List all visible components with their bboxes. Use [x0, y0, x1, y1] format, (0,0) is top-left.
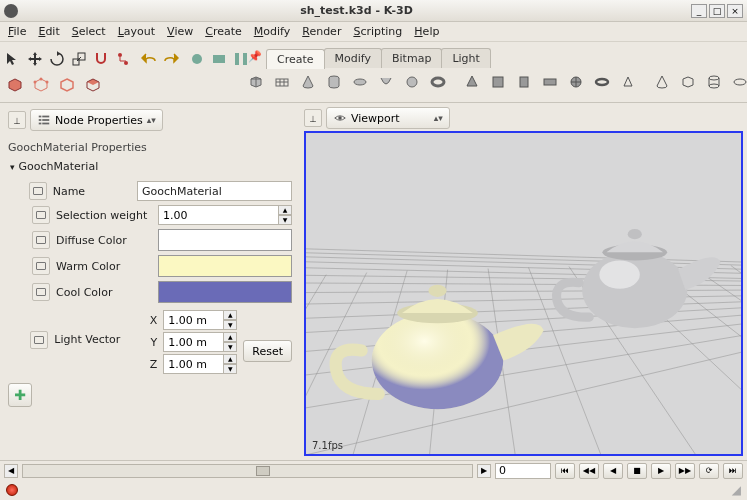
add-property-button[interactable]: ✚: [8, 383, 32, 407]
stop-button[interactable]: ■: [627, 463, 647, 479]
create-cylinder-icon[interactable]: [322, 70, 346, 94]
select-edge-icon[interactable]: [56, 74, 78, 96]
create-nurbscyl-icon[interactable]: [702, 70, 726, 94]
create-disk-icon[interactable]: [348, 70, 372, 94]
end-button[interactable]: ⏭: [723, 463, 743, 479]
menu-select[interactable]: Select: [66, 23, 112, 40]
create-nurbscube-icon[interactable]: [676, 70, 700, 94]
spin-up-icon[interactable]: ▲: [278, 205, 292, 215]
render-preview-icon[interactable]: [188, 48, 206, 70]
play-button[interactable]: ▶: [651, 463, 671, 479]
select-face-icon[interactable]: [82, 74, 104, 96]
svg-rect-6: [235, 53, 239, 65]
spin-down-icon[interactable]: ▼: [223, 320, 237, 330]
tab-bitmap[interactable]: Bitmap: [381, 48, 442, 68]
scroll-left-icon[interactable]: ◀: [4, 464, 18, 478]
parent-tool-icon[interactable]: [114, 48, 132, 70]
name-input[interactable]: [137, 181, 292, 201]
menu-modify[interactable]: Modify: [248, 23, 296, 40]
panel-type-combo[interactable]: Node Properties ▴▾: [30, 109, 163, 131]
create-sphere-icon[interactable]: [400, 70, 424, 94]
viewport-panel: ⟂ Viewport ▴▾: [300, 103, 747, 460]
tab-create[interactable]: Create: [266, 49, 325, 69]
rotate-tool-icon[interactable]: [48, 48, 66, 70]
viewport-pin-icon[interactable]: ⟂: [304, 109, 322, 127]
step-back-button[interactable]: ◀◀: [579, 463, 599, 479]
create-polysphere-icon[interactable]: [564, 70, 588, 94]
create-nurbscone-icon[interactable]: [650, 70, 674, 94]
warm-color-well[interactable]: [158, 255, 292, 277]
lightvec-x-input[interactable]: [163, 310, 223, 330]
step-fwd-button[interactable]: ▶▶: [675, 463, 695, 479]
create-nurbsdisk-icon[interactable]: [728, 70, 747, 94]
menu-scripting[interactable]: Scripting: [347, 23, 408, 40]
create-polygrid-icon[interactable]: [538, 70, 562, 94]
plug-icon[interactable]: [29, 182, 47, 200]
create-toolbar: [244, 68, 747, 96]
menu-edit[interactable]: Edit: [32, 23, 65, 40]
timeline-thumb[interactable]: [256, 466, 270, 476]
lightvec-z-input[interactable]: [163, 354, 223, 374]
render-frame-icon[interactable]: [210, 48, 228, 70]
properties-panel: ⟂ Node Properties ▴▾ GoochMaterial Prope…: [0, 103, 300, 460]
plug-icon[interactable]: [32, 257, 50, 275]
menu-render[interactable]: Render: [296, 23, 347, 40]
create-polycone-icon[interactable]: [460, 70, 484, 94]
plug-icon[interactable]: [32, 206, 50, 224]
viewport-3d[interactable]: 7.1fps: [304, 131, 743, 456]
close-button[interactable]: ×: [727, 4, 743, 18]
scroll-right-icon[interactable]: ▶: [477, 464, 491, 478]
frame-input[interactable]: [495, 463, 551, 479]
select-vertex-icon[interactable]: [30, 74, 52, 96]
menu-file[interactable]: File: [2, 23, 32, 40]
selection-weight-input[interactable]: [158, 205, 278, 225]
create-cone-icon[interactable]: [296, 70, 320, 94]
spin-up-icon[interactable]: ▲: [223, 354, 237, 364]
loop-button[interactable]: ⟳: [699, 463, 719, 479]
plug-icon[interactable]: [32, 283, 50, 301]
spin-down-icon[interactable]: ▼: [278, 215, 292, 225]
create-polycube-icon[interactable]: [486, 70, 510, 94]
create-grid-icon[interactable]: [270, 70, 294, 94]
plug-icon[interactable]: [30, 331, 48, 349]
create-polycyl-icon[interactable]: [512, 70, 536, 94]
material-tree-node[interactable]: ▾ GoochMaterial: [8, 158, 292, 179]
tabs-pin-icon[interactable]: 📌: [244, 45, 266, 67]
create-torus-icon[interactable]: [426, 70, 450, 94]
resize-grip-icon[interactable]: ◢: [732, 483, 741, 497]
redo-icon[interactable]: [162, 48, 180, 70]
minimize-button[interactable]: _: [691, 4, 707, 18]
snap-tool-icon[interactable]: [92, 48, 110, 70]
timeline-track[interactable]: [22, 464, 473, 478]
tab-light[interactable]: Light: [441, 48, 490, 68]
panel-pin-icon[interactable]: ⟂: [8, 111, 26, 129]
undo-icon[interactable]: [140, 48, 158, 70]
move-tool-icon[interactable]: [26, 48, 44, 70]
record-icon[interactable]: [6, 484, 18, 496]
pointer-tool-icon[interactable]: [4, 48, 22, 70]
menu-layout[interactable]: Layout: [112, 23, 161, 40]
rewind-button[interactable]: ⏮: [555, 463, 575, 479]
menu-help[interactable]: Help: [408, 23, 445, 40]
create-polytorus-icon[interactable]: [590, 70, 614, 94]
diffuse-color-well[interactable]: [158, 229, 292, 251]
lightvec-y-input[interactable]: [163, 332, 223, 352]
create-paraboloid-icon[interactable]: [374, 70, 398, 94]
spin-up-icon[interactable]: ▲: [223, 332, 237, 342]
menu-view[interactable]: View: [161, 23, 199, 40]
menu-create[interactable]: Create: [199, 23, 248, 40]
spin-down-icon[interactable]: ▼: [223, 364, 237, 374]
play-back-button[interactable]: ◀: [603, 463, 623, 479]
cool-color-well[interactable]: [158, 281, 292, 303]
spin-up-icon[interactable]: ▲: [223, 310, 237, 320]
scale-tool-icon[interactable]: [70, 48, 88, 70]
spin-down-icon[interactable]: ▼: [223, 342, 237, 352]
maximize-button[interactable]: □: [709, 4, 725, 18]
tab-modify[interactable]: Modify: [324, 48, 382, 68]
select-object-icon[interactable]: [4, 74, 26, 96]
create-cube-icon[interactable]: [244, 70, 268, 94]
reset-button[interactable]: Reset: [243, 340, 292, 362]
create-polyprism-icon[interactable]: [616, 70, 640, 94]
plug-icon[interactable]: [32, 231, 50, 249]
viewport-combo[interactable]: Viewport ▴▾: [326, 107, 450, 129]
